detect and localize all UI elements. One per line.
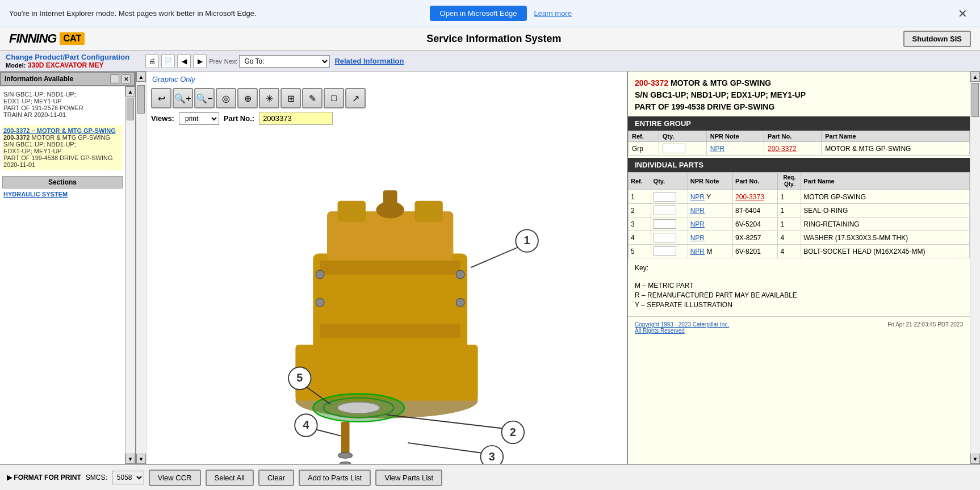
ie-banner-close-button[interactable]: ✕ [954, 6, 971, 22]
sidebar-scroll-thumb[interactable] [127, 98, 134, 120]
tool-zoom-area[interactable]: ⊕ [237, 88, 258, 108]
tool-edit[interactable]: ✎ [302, 88, 323, 108]
row1-partno-link[interactable]: 200-3373 [735, 193, 764, 201]
ind-col-qty: Qty. [651, 173, 688, 190]
row3-npr-link[interactable]: NPR [690, 220, 705, 228]
svg-rect-7 [320, 261, 460, 275]
grp-partno-link[interactable]: 200-3372 [768, 145, 797, 153]
finning-logo: FINNING [9, 31, 56, 46]
part-number: 200-3372 [635, 78, 668, 87]
svg-point-20 [340, 462, 351, 464]
partno-input[interactable] [259, 112, 333, 125]
sidebar-scroll-up[interactable]: ▲ [125, 86, 135, 97]
goto-select[interactable]: Go To: [239, 55, 330, 68]
learn-more-link[interactable]: Learn more [534, 9, 948, 18]
model-value: 330D EXCAVATOR MEY [28, 61, 104, 69]
tool-zoom-out[interactable]: 🔍− [194, 88, 215, 108]
row4-npr-link[interactable]: NPR [690, 234, 705, 242]
tool-expand[interactable]: ✳ [259, 88, 279, 108]
center-scroll-up[interactable]: ▲ [136, 72, 146, 82]
svg-rect-11 [414, 201, 442, 222]
table-row: Grp NPR 200-3372 MOTOR & MTG GP-SWING [629, 142, 970, 156]
grp-npr-link[interactable]: NPR [710, 145, 724, 153]
row2-npr-link[interactable]: NPR [690, 207, 705, 215]
tool-zoom-in[interactable]: 🔍+ [173, 88, 193, 108]
document-icon[interactable]: 📄 [161, 55, 175, 68]
center-scroll-down[interactable]: ▼ [136, 454, 146, 464]
ind-col-ref: Ref. [629, 173, 651, 190]
row4-partno: 9X-8257 [733, 231, 778, 245]
views-select[interactable]: print screen [179, 112, 219, 125]
graphic-label: Graphic Only [146, 72, 627, 87]
tool-target[interactable]: ◎ [216, 88, 236, 108]
row3-qty-input[interactable] [654, 219, 676, 229]
related-info-link[interactable]: Related Information [334, 57, 404, 65]
col-part-name: Part Name [822, 131, 970, 142]
svg-text:3: 3 [489, 450, 495, 463]
row1-npr-link[interactable]: NPR [690, 193, 705, 201]
row3-partno: 6V-5204 [733, 217, 778, 231]
info-available-title: Information Available [5, 75, 73, 83]
navigation-controls: 🖨 📄 ◀ ▶ Prev Next Go To: [145, 55, 330, 68]
prev-button[interactable]: ◀ [177, 55, 191, 68]
row2-qty-input[interactable] [654, 206, 676, 215]
svg-point-19 [338, 453, 353, 458]
page-title-area: Change Product/Part Configuration Model:… [6, 53, 129, 69]
center-scroll-thumb[interactable] [137, 85, 145, 114]
open-edge-button[interactable]: Open in Microsoft Edge [430, 6, 527, 21]
individual-parts-table: Ref. Qty. NPR Note Part No. Req.Qty. Par… [628, 172, 970, 258]
right-scroll-up[interactable]: ▲ [970, 72, 980, 82]
view-ccr-button[interactable]: View CCR [149, 470, 201, 486]
right-scroll-thumb[interactable] [971, 83, 979, 117]
row2-reqqty: 1 [778, 204, 801, 217]
bottom-bar: ▶ FORMAT FOR PRINT SMCS: 5058 View CCR S… [0, 464, 980, 490]
format-label: ▶ FORMAT FOR PRINT [7, 474, 81, 481]
svg-text:2: 2 [510, 426, 516, 438]
info-available-header: Information Available _ ✕ [0, 72, 135, 86]
table-row: 3 NPR 6V-5204 1 RING-RETAINING [629, 217, 970, 231]
minimize-icon[interactable]: _ [110, 74, 119, 83]
view-parts-list-button[interactable]: View Parts List [375, 470, 442, 486]
row5-npr: NPR M [688, 245, 732, 258]
key-separate: Y – SEPARATE ILLUSTRATION [635, 301, 963, 309]
row3-npr: NPR [688, 217, 732, 231]
partno-label: Part No.: [224, 114, 254, 123]
row1-ref: 1 [629, 190, 651, 204]
row4-qty-input[interactable] [654, 233, 676, 242]
close-icon[interactable]: ✕ [122, 74, 131, 83]
select-all-button[interactable]: Select All [206, 470, 254, 486]
sidebar-part-link[interactable]: 200-3372 – MOTOR & MTG GP-SWING [3, 127, 116, 134]
key-reman: R – REMANUFACTURED PART MAY BE AVAILABLE [635, 291, 963, 299]
copyright-link[interactable]: Copyright 1993 - 2023 Caterpillar Inc.Al… [635, 321, 729, 334]
print-icon[interactable]: 🖨 [145, 55, 159, 68]
right-scroll-down[interactable]: ▼ [970, 454, 980, 464]
row1-qty [651, 190, 688, 204]
entire-group-header: ENTIRE GROUP [628, 116, 970, 131]
smcs-select[interactable]: 5058 [112, 471, 144, 484]
tool-cursor[interactable]: ↗ [345, 88, 366, 108]
ind-col-partno: Part No. [733, 173, 778, 190]
add-to-parts-button[interactable]: Add to Parts List [299, 470, 371, 486]
cat-logo: CAT [60, 32, 85, 45]
ind-col-npr: NPR Note [688, 173, 732, 190]
grp-qty-input[interactable] [663, 144, 685, 153]
sidebar-part-desc: 200-3372 MOTOR & MTG GP-SWING S/N GBC1-U… [3, 134, 113, 168]
svg-rect-18 [341, 422, 350, 454]
row5-npr-link[interactable]: NPR [690, 248, 705, 256]
tool-grid[interactable]: ⊞ [280, 88, 301, 108]
center-layout: ▲ ▼ Graphic Only ↩ 🔍+ 🔍− ◎ ⊕ ✳ ⊞ ✎ □ [136, 72, 627, 464]
shutdown-sis-button[interactable]: Shutdown SIS [903, 31, 971, 47]
hydraulic-system-link[interactable]: HYDRAULIC SYSTEM [3, 191, 68, 198]
row1-reqqty: 1 [778, 190, 801, 204]
entire-group-table: Ref. Qty. NPR Note Part No. Part Name Gr… [628, 131, 970, 156]
center-content: ▲ ▼ Graphic Only ↩ 🔍+ 🔍− ◎ ⊕ ✳ ⊞ ✎ □ [136, 72, 628, 464]
sidebar-scroll-down[interactable]: ▼ [125, 454, 135, 464]
next-button[interactable]: ▶ [193, 55, 207, 68]
clear-button[interactable]: Clear [258, 470, 294, 486]
row5-qty-input[interactable] [654, 246, 676, 256]
row1-qty-input[interactable] [654, 192, 676, 202]
tool-select[interactable]: □ [324, 88, 344, 108]
right-scrollbar: ▲ ▼ [970, 72, 980, 464]
sidebar-text-1: S/N GBC1-UP; NBD1-UP;EDX1-UP; MEY1-UPPAR… [3, 91, 83, 118]
tool-back[interactable]: ↩ [151, 88, 171, 108]
